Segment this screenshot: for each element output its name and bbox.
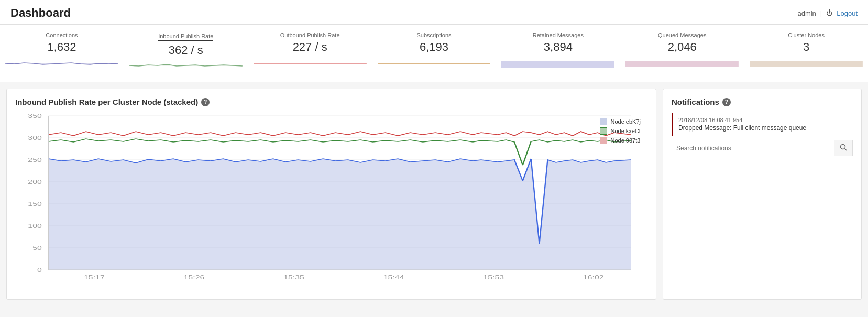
- username: admin: [797, 9, 816, 17]
- metric-subscriptions[interactable]: Subscriptions 6,193: [372, 29, 497, 78]
- sparkline-queued: [625, 57, 739, 70]
- metric-value-inbound: 362 / s: [129, 43, 243, 57]
- metric-value-connections: 1,632: [5, 40, 118, 54]
- sparkline-inbound: [129, 60, 243, 73]
- notifications-panel: Notifications ? 2018/12/08 16:08:41.954 …: [663, 89, 862, 300]
- svg-text:16:02: 16:02: [583, 275, 604, 280]
- notification-search-bar: [672, 140, 853, 156]
- metric-label-subscriptions: Subscriptions: [378, 32, 491, 38]
- svg-text:300: 300: [28, 135, 41, 141]
- svg-text:15:44: 15:44: [383, 275, 404, 280]
- legend-node1: Node ebK7j: [600, 118, 642, 125]
- logout-button[interactable]: Logout: [837, 9, 858, 17]
- page-title: Dashboard: [10, 6, 71, 20]
- logout-icon: ⏻: [826, 9, 832, 17]
- metric-value-subscriptions: 6,193: [378, 40, 491, 54]
- metrics-bar: Connections 1,632 Inbound Publish Rate 3…: [0, 25, 868, 82]
- legend-node2: Node kxeCL: [600, 127, 642, 135]
- svg-text:15:26: 15:26: [184, 275, 205, 280]
- metric-outbound-publish-rate[interactable]: Outbound Publish Rate 227 / s: [248, 29, 372, 78]
- main-chart: 0 50 100 150 200 250 300 350 15:17 15:26…: [15, 113, 647, 291]
- chart-panel: Inbound Publish Rate per Cluster Node (s…: [6, 89, 656, 300]
- legend-node3: Node 987t3: [600, 137, 642, 144]
- header-separator: |: [820, 9, 822, 17]
- svg-point-28: [841, 145, 845, 149]
- svg-marker-25: [49, 159, 631, 270]
- metric-value-retained: 3,894: [501, 40, 614, 54]
- metric-label-cluster: Cluster Nodes: [750, 32, 863, 38]
- notification-search-input[interactable]: [672, 140, 834, 156]
- legend-label-node1: Node ebK7j: [610, 118, 641, 125]
- legend-label-node3: Node 987t3: [610, 137, 640, 144]
- notifications-title: Notifications: [672, 97, 719, 106]
- notification-item: 2018/12/08 16:08:41.954 Dropped Message:…: [672, 113, 853, 136]
- metric-label-queued: Queued Messages: [625, 32, 739, 38]
- metric-value-queued: 2,046: [625, 40, 739, 54]
- metric-value-cluster: 3: [750, 40, 863, 54]
- chart-legend: Node ebK7j Node kxeCL Node 987t3: [600, 118, 642, 144]
- header: Dashboard admin | ⏻ Logout: [0, 0, 868, 25]
- sparkline-cluster: [750, 57, 863, 70]
- sparkline-retained: [501, 57, 614, 70]
- notifications-title-row: Notifications ?: [672, 97, 853, 106]
- svg-text:200: 200: [28, 179, 41, 185]
- metric-retained-messages[interactable]: Retained Messages 3,894: [496, 29, 620, 78]
- sparkline-subscriptions: [378, 57, 491, 70]
- svg-text:350: 350: [28, 113, 41, 119]
- legend-color-node2: [600, 127, 607, 135]
- svg-rect-2: [750, 61, 863, 67]
- metric-label-outbound: Outbound Publish Rate: [254, 32, 367, 38]
- metric-queued-messages[interactable]: Queued Messages 2,046: [620, 29, 744, 78]
- notification-search-button[interactable]: [834, 140, 852, 156]
- legend-label-node2: Node kxeCL: [610, 128, 642, 134]
- svg-rect-0: [501, 61, 614, 68]
- legend-color-node3: [600, 137, 607, 144]
- svg-text:250: 250: [28, 157, 41, 163]
- metric-connections[interactable]: Connections 1,632: [0, 29, 124, 78]
- sparkline-connections: [5, 57, 118, 70]
- notification-message: Dropped Message: Full client message que…: [678, 124, 848, 132]
- svg-text:15:53: 15:53: [483, 275, 504, 280]
- notifications-help-icon[interactable]: ?: [722, 98, 731, 106]
- main-content: Inbound Publish Rate per Cluster Node (s…: [0, 82, 868, 306]
- svg-text:0: 0: [37, 267, 42, 273]
- search-icon: [840, 144, 847, 151]
- chart-help-icon[interactable]: ?: [201, 98, 210, 106]
- metric-label-retained: Retained Messages: [501, 32, 614, 38]
- svg-text:15:17: 15:17: [84, 275, 105, 280]
- sparkline-outbound: [254, 57, 367, 70]
- svg-line-29: [845, 149, 847, 151]
- metric-cluster-nodes[interactable]: Cluster Nodes 3: [744, 29, 868, 78]
- svg-text:15:35: 15:35: [283, 275, 304, 280]
- chart-area: 0 50 100 150 200 250 300 350 15:17 15:26…: [15, 113, 647, 291]
- svg-rect-1: [625, 61, 739, 67]
- svg-text:150: 150: [28, 201, 41, 207]
- svg-text:100: 100: [28, 223, 41, 229]
- metric-inbound-publish-rate[interactable]: Inbound Publish Rate 362 / s: [124, 29, 248, 78]
- svg-text:50: 50: [32, 245, 42, 251]
- notification-timestamp: 2018/12/08 16:08:41.954: [678, 117, 848, 123]
- legend-color-node1: [600, 118, 607, 125]
- metric-label-inbound: Inbound Publish Rate: [158, 33, 213, 41]
- metric-label-connections: Connections: [5, 32, 118, 38]
- metric-value-outbound: 227 / s: [254, 40, 367, 54]
- chart-title-row: Inbound Publish Rate per Cluster Node (s…: [15, 97, 647, 106]
- chart-title: Inbound Publish Rate per Cluster Node (s…: [15, 97, 198, 106]
